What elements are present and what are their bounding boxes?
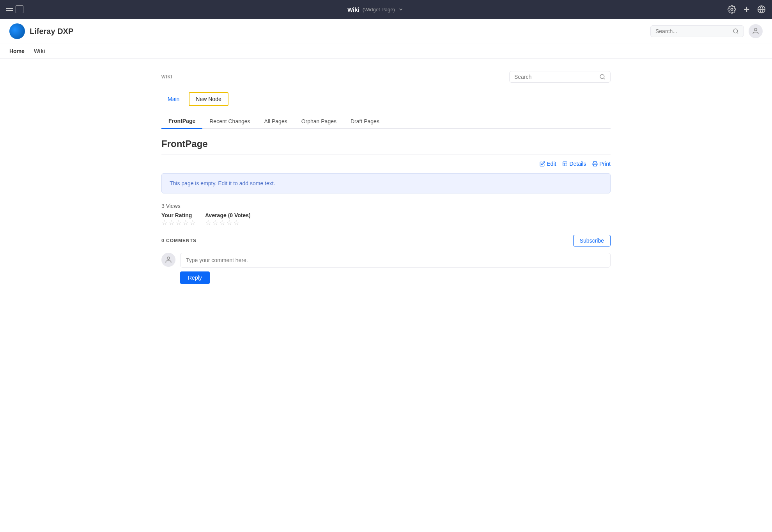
reply-button[interactable]: Reply <box>180 271 210 284</box>
top-bar: Wiki (Widget Page) <box>0 0 772 19</box>
sidebar-toggle[interactable] <box>6 5 23 13</box>
topbar-subtitle: (Widget Page) <box>363 7 395 12</box>
avg-star-4: ☆ <box>226 218 232 227</box>
avg-star-3: ☆ <box>219 218 225 227</box>
header: Liferay DXP <box>0 19 772 44</box>
top-bar-left <box>6 5 23 13</box>
tab-recent-changes[interactable]: Recent Changes <box>202 114 257 129</box>
svg-line-9 <box>604 78 605 79</box>
svg-point-5 <box>733 29 738 33</box>
your-rating: Your Rating ☆ ☆ ☆ ☆ ☆ <box>161 212 196 227</box>
your-rating-label: Your Rating <box>161 212 196 218</box>
comments-count: 0 COMMENTS <box>161 238 197 243</box>
star-3[interactable]: ☆ <box>175 218 182 227</box>
views-count: 3 Views <box>161 203 611 209</box>
edit-label: Edit <box>547 161 556 167</box>
avg-star-5: ☆ <box>233 218 239 227</box>
svg-rect-10 <box>563 162 567 166</box>
svg-rect-13 <box>594 164 597 166</box>
tab-draft-pages[interactable]: Draft Pages <box>344 114 386 129</box>
actions-row: Edit Details Print <box>161 161 611 167</box>
chevron-down-icon <box>398 7 404 12</box>
header-search-box[interactable] <box>650 25 744 37</box>
page-tabs: FrontPage Recent Changes All Pages Orpha… <box>161 114 611 129</box>
avg-star-2: ☆ <box>212 218 218 227</box>
average-rating-stars: ☆ ☆ ☆ ☆ ☆ <box>205 218 251 227</box>
commenter-avatar <box>161 253 175 267</box>
comment-input-row: Reply <box>161 253 611 284</box>
svg-point-14 <box>167 257 170 260</box>
topbar-title: Wiki <box>347 6 359 13</box>
plus-icon[interactable] <box>742 5 751 14</box>
wiki-section-label: WIKI <box>161 74 172 79</box>
avg-star-1: ☆ <box>205 218 211 227</box>
tab-all-pages[interactable]: All Pages <box>257 114 294 129</box>
node-tab-main[interactable]: Main <box>161 92 186 106</box>
print-icon <box>592 161 598 167</box>
details-link[interactable]: Details <box>562 161 586 167</box>
wiki-header: WIKI <box>161 71 611 83</box>
header-right <box>650 24 763 38</box>
wiki-search-icon <box>599 74 606 80</box>
stats-section: 3 Views Your Rating ☆ ☆ ☆ ☆ ☆ Average (0… <box>161 203 611 227</box>
page-icon <box>16 5 23 13</box>
print-label: Print <box>599 161 611 167</box>
nav-home[interactable]: Home <box>9 48 25 54</box>
brand-logo <box>9 23 25 39</box>
info-message: This page is empty. Edit it to add some … <box>170 180 275 186</box>
print-link[interactable]: Print <box>592 161 611 167</box>
node-tabs: Main New Node <box>161 92 611 106</box>
nav-bar: Home Wiki <box>0 44 772 59</box>
comment-input-wrapper: Reply <box>180 253 611 284</box>
nav-wiki[interactable]: Wiki <box>34 48 45 54</box>
header-search-icon <box>733 28 739 34</box>
tab-orphan-pages[interactable]: Orphan Pages <box>294 114 344 129</box>
edit-link[interactable]: Edit <box>540 161 556 167</box>
svg-line-6 <box>737 32 738 34</box>
wiki-search-input[interactable] <box>514 74 599 80</box>
svg-point-8 <box>600 74 604 79</box>
tab-frontpage[interactable]: FrontPage <box>161 114 202 129</box>
globe-icon[interactable] <box>757 5 766 14</box>
main-content: WIKI Main New Node FrontPage Recent Chan… <box>152 59 620 296</box>
average-rating: Average (0 Votes) ☆ ☆ ☆ ☆ ☆ <box>205 212 251 227</box>
star-5[interactable]: ☆ <box>189 218 196 227</box>
brand-name: Liferay DXP <box>30 27 73 36</box>
gear-icon[interactable] <box>728 5 736 14</box>
page-title-section: FrontPage <box>161 138 611 154</box>
your-rating-stars[interactable]: ☆ ☆ ☆ ☆ ☆ <box>161 218 196 227</box>
node-tab-new-node[interactable]: New Node <box>189 92 228 106</box>
star-2[interactable]: ☆ <box>168 218 175 227</box>
star-4[interactable]: ☆ <box>182 218 189 227</box>
top-bar-right <box>728 5 766 14</box>
page-title: FrontPage <box>161 138 611 149</box>
header-search-input[interactable] <box>655 28 733 34</box>
comments-header: 0 COMMENTS Subscribe <box>161 235 611 246</box>
details-icon <box>562 161 568 167</box>
pencil-icon <box>540 161 545 167</box>
header-brand: Liferay DXP <box>9 23 73 39</box>
subscribe-button[interactable]: Subscribe <box>573 235 611 246</box>
comment-input[interactable] <box>180 253 611 268</box>
svg-point-0 <box>731 8 733 11</box>
rating-row: Your Rating ☆ ☆ ☆ ☆ ☆ Average (0 Votes) … <box>161 212 611 227</box>
user-avatar[interactable] <box>749 24 763 38</box>
info-box: This page is empty. Edit it to add some … <box>161 173 611 193</box>
details-label: Details <box>569 161 586 167</box>
hamburger-icon <box>6 8 13 11</box>
svg-point-7 <box>754 28 757 31</box>
average-rating-label: Average (0 Votes) <box>205 212 251 218</box>
top-bar-center: Wiki (Widget Page) <box>347 6 404 13</box>
wiki-search-box[interactable] <box>509 71 611 83</box>
star-1[interactable]: ☆ <box>161 218 168 227</box>
